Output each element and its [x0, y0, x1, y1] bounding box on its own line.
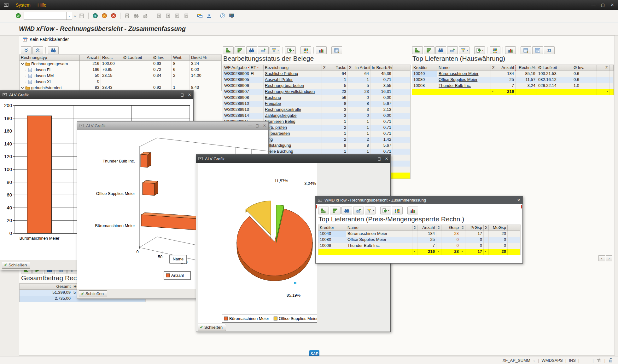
- cell-link[interactable]: Rechnungskontrolle: [265, 107, 301, 112]
- previous-page-icon[interactable]: [164, 12, 172, 20]
- new-session-icon[interactable]: [196, 12, 204, 20]
- pie-slice-bueromaschinen[interactable]: [237, 208, 312, 276]
- w3-close-button[interactable]: ✔Schließen: [198, 324, 226, 331]
- table-row[interactable]: WS00288910Freigabe885,67: [223, 101, 410, 107]
- table-row[interactable]: 10080Office Supplies Meier25000: [318, 237, 520, 243]
- create-shortcut-icon[interactable]: [205, 12, 213, 20]
- cell-link[interactable]: Auswahl Prüfer: [265, 77, 293, 82]
- dropdown-arrow-icon[interactable]: ▾: [293, 49, 294, 52]
- first-page-icon[interactable]: [155, 12, 163, 20]
- header-cell[interactable]: Rec...: [101, 55, 122, 61]
- header-cell[interactable]: In Arbeit: [354, 65, 370, 71]
- cell-link[interactable]: Rechnung Vervollständigen: [265, 89, 315, 94]
- header-cell[interactable]: RT▲: [249, 65, 264, 71]
- chevron-down-icon[interactable]: ⌄: [533, 359, 535, 362]
- cell-link[interactable]: Stornieren Beleg: [265, 119, 295, 124]
- dropdown-arrow-icon[interactable]: ▾: [388, 209, 389, 212]
- header-cell[interactable]: In Bearb.%: [370, 65, 393, 71]
- cell-link[interactable]: Zahlungsfreigabe: [265, 113, 296, 118]
- print-icon[interactable]: [123, 12, 131, 20]
- header-cell[interactable]: WF Aufgabe▲: [223, 65, 249, 71]
- cell-link[interactable]: Büromaschinen Meier: [439, 71, 478, 76]
- table-row[interactable]: WS00288903FISachliche Prüfung646445,39: [223, 71, 410, 77]
- table-row[interactable]: WS00288914Zahlungsfreigabe300,00: [223, 113, 410, 119]
- graphic-button[interactable]: [505, 46, 516, 54]
- export-button[interactable]: ▾: [474, 46, 485, 54]
- header-cell[interactable]: Gesamt: [20, 284, 72, 290]
- tree-row[interactable]: ·.davon XI0: [20, 79, 221, 85]
- table-row[interactable]: WS00288905Auswahl Prüfer110,71: [223, 77, 410, 83]
- header-cell[interactable]: Rechnungstyp: [20, 55, 79, 61]
- find-icon[interactable]: [132, 12, 140, 20]
- tree-node-label[interactable]: gebucht/storniert: [31, 85, 62, 91]
- header-cell[interactable]: Ø Laufzeit: [537, 65, 572, 71]
- find-button[interactable]: [435, 46, 446, 54]
- choose-layout-button[interactable]: [490, 46, 500, 54]
- table-row[interactable]: 10008Thunder Bulb Inc.7000: [318, 243, 520, 249]
- tree-row[interactable]: ·.davon FI16676.850.7260.00: [20, 67, 221, 73]
- export-button[interactable]: ▾: [380, 207, 391, 214]
- table-row[interactable]: WS00288908Buchung5600,00: [223, 95, 410, 101]
- find-next-icon[interactable]: [142, 12, 149, 20]
- header-cell[interactable]: Σ: [436, 225, 441, 231]
- header-cell[interactable]: Bezeichnung: [264, 65, 322, 71]
- change-layout-button[interactable]: [331, 46, 342, 54]
- w1-maximize-icon[interactable]: ▢: [181, 93, 184, 97]
- w2-close-icon[interactable]: ✕: [263, 123, 266, 128]
- cell-link[interactable]: Buchung: [265, 95, 281, 100]
- customize-layout-icon[interactable]: [228, 12, 236, 20]
- menu-item-system[interactable]: System: [16, 3, 31, 8]
- cell-link[interactable]: nuelle Buchung: [265, 149, 293, 154]
- filter-button[interactable]: ▾: [365, 207, 376, 214]
- collapse-all-button[interactable]: [32, 46, 43, 54]
- table-row[interactable]: WS00288907Rechnung Vervollständigen23231…: [223, 89, 410, 95]
- tree-expander-icon[interactable]: [21, 85, 24, 91]
- table-row[interactable]: WS00288913Rechnungskontrolle332,13: [223, 107, 410, 113]
- header-cell[interactable]: Name: [346, 225, 412, 231]
- table-row[interactable]: 10008Thunder Bulb Inc.73,24026:22:141.0: [412, 83, 614, 89]
- w1-close-button[interactable]: ✔Schließen: [2, 262, 30, 269]
- dropdown-arrow-icon[interactable]: ▾: [373, 209, 374, 212]
- header-cell[interactable]: Weit.: [172, 55, 190, 61]
- table-row[interactable]: 10080Office Supplies Meier2511,57082:16:…: [412, 77, 614, 83]
- back-icon[interactable]: «: [91, 12, 99, 20]
- tree-node-label[interactable]: .davon MM: [33, 73, 54, 79]
- w2-title-bar[interactable]: ALV Grafik — ▢ ✕: [77, 122, 268, 130]
- w2-maximize-icon[interactable]: ▢: [256, 123, 259, 128]
- w3-title-bar[interactable]: ALV Grafik — ▢ ✕: [196, 155, 390, 163]
- header-cell[interactable]: Anzahl: [79, 55, 101, 61]
- cell-link[interactable]: Thunder Bulb Inc.: [439, 83, 471, 88]
- cell-link[interactable]: Rechnung bearbeiten: [265, 83, 304, 88]
- w3-minimize-icon[interactable]: —: [370, 156, 374, 161]
- find-next-button[interactable]: [258, 46, 269, 54]
- header-cell[interactable]: Anzahl: [496, 65, 516, 71]
- header-cell[interactable]: Rechn.%: [516, 65, 537, 71]
- sort-descending-button[interactable]: [330, 207, 341, 214]
- window-close-button[interactable]: ✕: [610, 3, 615, 7]
- w4-title-bar[interactable]: WMD xFlow - Rechnungsübersicht - Zusamme…: [316, 196, 522, 204]
- export-button[interactable]: ▾: [285, 46, 296, 54]
- table-row[interactable]: WS00288906Rechnung bearbeiten553,55: [223, 83, 410, 89]
- graphic-button[interactable]: [316, 46, 327, 54]
- header-cell[interactable]: Ø Inv.: [152, 55, 172, 61]
- choose-layout-button[interactable]: [392, 207, 403, 214]
- header-cell[interactable]: Σ: [491, 65, 496, 71]
- cancel-icon[interactable]: [110, 12, 117, 20]
- table-row[interactable]: 10040Büromaschinen Meier184281720: [318, 231, 520, 237]
- header-cell[interactable]: Σ: [412, 225, 417, 231]
- cell-link[interactable]: vollständigung: [265, 143, 291, 148]
- scroll-left-icon[interactable]: ‹: [598, 255, 605, 261]
- chart-handle-icon[interactable]: [294, 282, 296, 284]
- cell-link[interactable]: Sachliche Prüfung: [265, 71, 298, 76]
- bar-1[interactable]: [27, 116, 52, 233]
- tree-node-label[interactable]: .davon FI: [33, 67, 50, 73]
- tree-row[interactable]: gebucht/storniert8338.430.9218.43: [20, 85, 221, 91]
- header-cell[interactable]: Name: [437, 65, 491, 71]
- tree-expander-icon[interactable]: [21, 61, 24, 67]
- filter-button[interactable]: ▾: [270, 46, 280, 54]
- subtotal-button[interactable]: Σ: [544, 46, 555, 54]
- last-page-icon[interactable]: [183, 12, 190, 20]
- find-button[interactable]: [48, 46, 59, 54]
- header-cell[interactable]: Σ: [597, 65, 609, 71]
- header-cell[interactable]: MeGsp: [489, 225, 508, 231]
